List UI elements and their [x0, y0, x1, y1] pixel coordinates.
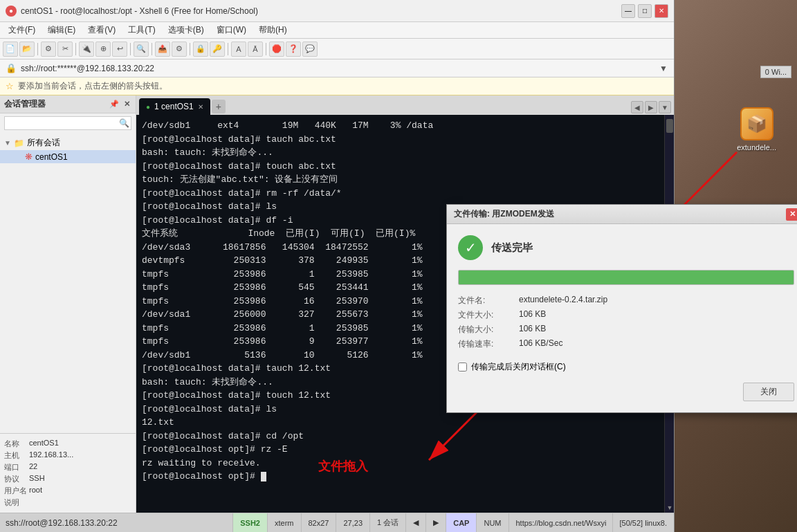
toolbar-paste[interactable]: ✂	[57, 42, 73, 57]
address-dropdown[interactable]: ▼	[659, 64, 668, 73]
file-icon: 📦	[740, 107, 773, 140]
session-icon: ❋	[25, 152, 33, 162]
prop-protocol-value: SSH	[29, 474, 45, 484]
terminal-line-25: rz waiting to receive.	[142, 457, 659, 470]
auto-close-checkbox[interactable]	[458, 363, 467, 372]
toolbar-key[interactable]: 🔑	[210, 42, 225, 57]
sidebar-header-icons: 📌 ✕	[109, 100, 131, 109]
toolbar-connect[interactable]: 🔌	[79, 42, 94, 57]
close-button[interactable]: ✕	[654, 4, 668, 18]
menu-view[interactable]: 查看(V)	[82, 23, 121, 37]
desktop-icon-label: extundele...	[737, 143, 776, 152]
toolbar-font2[interactable]: Ā	[248, 42, 263, 57]
toolbar-separator-4	[152, 43, 152, 55]
maximize-button[interactable]: □	[638, 4, 652, 18]
dialog-close-btn[interactable]: 关闭	[743, 383, 794, 401]
scrollbar-thumb[interactable]	[666, 119, 673, 133]
sidebar-pin-icon[interactable]: 📌	[109, 100, 119, 109]
toolbar-disconnect[interactable]: ⊕	[95, 42, 111, 57]
sidebar-close-icon[interactable]: ✕	[122, 100, 131, 109]
sidebar-search[interactable]: 🔍	[0, 113, 136, 133]
toolbar-settings[interactable]: ⚙	[172, 42, 187, 57]
toolbar-help[interactable]: ❓	[286, 42, 301, 57]
prop-user: 用户名 root	[4, 485, 131, 497]
address-text[interactable]: ssh://root:******@192.168.133.20:22	[21, 64, 654, 73]
menu-edit[interactable]: 编辑(E)	[42, 23, 81, 37]
tab-label: 1 centOS1	[154, 102, 194, 111]
tab-prev-button[interactable]: ◀	[631, 101, 643, 113]
sidebar-tree[interactable]: ▼ 📁 所有会话 ❋ centOS1	[0, 133, 136, 433]
tab-close-icon[interactable]: ✕	[198, 103, 203, 111]
prop-protocol: 协议 SSH	[4, 473, 131, 485]
tab-menu-button[interactable]: ▼	[659, 101, 671, 113]
tree-label-centos1: centOS1	[35, 152, 68, 162]
menu-tools[interactable]: 工具(T)	[122, 23, 161, 37]
dialog-title-bar: 文件传输: 用ZMODEM发送 ✕	[447, 205, 797, 224]
prop-port-label: 端口	[4, 462, 29, 473]
status-size: 82x27	[301, 513, 336, 532]
window-title: centOS1 - root@localhost:/opt - Xshell 6…	[21, 6, 621, 16]
dialog-status-text: 传送完毕	[491, 241, 533, 255]
properties-panel: 名称 centOS1 主机 192.168.13... 端口 22 协议 SSH…	[0, 433, 136, 513]
tab-status-icon: ●	[146, 103, 150, 111]
toolbar-search[interactable]: 🔍	[134, 42, 149, 57]
tree-label-all-sessions: 所有会话	[27, 137, 60, 149]
transfer-speed-label: 传输速率:	[458, 338, 513, 350]
toolbar-reconnect[interactable]: ↩	[112, 42, 127, 57]
prop-user-label: 用户名	[4, 486, 29, 496]
terminal-line-26: [root@localhost opt]#	[142, 470, 659, 484]
terminal-cursor	[261, 472, 266, 481]
terminal-line-0: /dev/sdb1 ext4 19M 440K 17M 3% /data	[142, 119, 659, 133]
file-name-label: 文件名:	[458, 295, 513, 306]
toolbar-sftp[interactable]: 🔒	[193, 42, 208, 57]
terminal-line-5: [root@localhost data]# rm -rf /data/*	[142, 187, 659, 201]
hint-text: 要添加当前会话，点击左侧的箭头按钮。	[18, 80, 167, 92]
dialog-close-button[interactable]: ✕	[786, 208, 797, 221]
prop-port-value: 22	[29, 462, 37, 473]
toolbar-font[interactable]: A	[231, 42, 246, 57]
menu-help[interactable]: 帮助(H)	[253, 23, 293, 37]
prop-protocol-label: 协议	[4, 474, 29, 484]
auto-close-label[interactable]: 传输完成后关闭对话框(C)	[471, 361, 566, 373]
toolbar: 📄 📂 ⚙ ✂ 🔌 ⊕ ↩ 🔍 📤 ⚙ 🔒 🔑 A Ā 🛑 ❓ 💬	[0, 39, 674, 59]
status-prev-arrow[interactable]: ◀	[405, 513, 425, 532]
menu-window[interactable]: 窗口(W)	[211, 23, 252, 37]
tab-add-button[interactable]: +	[212, 100, 226, 113]
toolbar-copy[interactable]: ⚙	[41, 42, 56, 57]
prop-host-label: 主机	[4, 450, 29, 461]
prop-name: 名称 centOS1	[4, 438, 131, 450]
minimize-button[interactable]: —	[621, 4, 635, 18]
prop-user-value: root	[29, 486, 42, 496]
toolbar-transfer[interactable]: 📤	[155, 42, 170, 57]
terminal-line-24: [root@localhost opt]# rz -E	[142, 443, 659, 457]
menu-tabs[interactable]: 选项卡(B)	[163, 23, 210, 37]
tab-centos1[interactable]: ● 1 centOS1 ✕	[139, 98, 210, 115]
tree-item-centos1[interactable]: ❋ centOS1	[0, 150, 136, 163]
transfer-speed-value: 106 KB/Sec	[519, 338, 794, 350]
toolbar-new[interactable]: 📄	[3, 42, 18, 57]
terminal-line-23: [root@localhost data]# cd /opt	[142, 430, 659, 443]
dialog-title-text: 文件传输: 用ZMODEM发送	[454, 208, 554, 220]
toolbar-stop[interactable]: 🛑	[269, 42, 284, 57]
toolbar-separator-2	[75, 43, 76, 55]
title-bar: ● centOS1 - root@localhost:/opt - Xshell…	[0, 0, 674, 22]
tree-item-all-sessions[interactable]: ▼ 📁 所有会话	[0, 136, 136, 150]
terminal-line-22: 12.txt	[142, 416, 659, 430]
status-next-arrow[interactable]: ▶	[425, 513, 446, 532]
file-transfer-dialog: 文件传输: 用ZMODEM发送 ✕ ✓ 传送完毕 文件名: extundelet…	[446, 204, 797, 413]
scroll-down-arrow[interactable]: ▼	[666, 504, 673, 511]
file-name-value: extundelete-0.2.4.tar.zip	[519, 295, 794, 306]
desktop-icon-extundelete[interactable]: 📦 extundele...	[737, 107, 776, 152]
toolbar-separator-5	[190, 43, 190, 55]
hint-bar: ☆ 要添加当前会话，点击左侧的箭头按钮。	[0, 77, 674, 95]
menu-file[interactable]: 文件(F)	[3, 23, 41, 37]
toolbar-chat[interactable]: 💬	[302, 42, 318, 57]
toolbar-open[interactable]: 📂	[19, 42, 35, 57]
terminal-line-2: bash: tauch: 未找到命令...	[142, 146, 659, 160]
status-page: [50/52] linux8.	[612, 513, 675, 532]
tab-next-button[interactable]: ▶	[645, 101, 657, 113]
status-sessions: 1 会话	[369, 513, 405, 532]
success-icon: ✓	[458, 235, 483, 260]
toolbar-separator-6	[228, 43, 228, 55]
sidebar-search-input[interactable]	[4, 116, 131, 130]
